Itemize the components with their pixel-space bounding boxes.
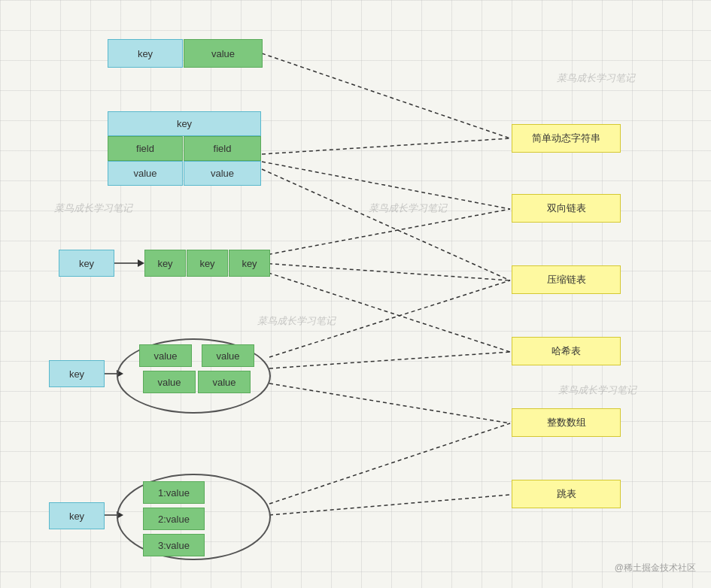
row4-val4-box: value <box>198 371 251 393</box>
row3-item2-box: key <box>187 250 228 277</box>
row4-val3-box: value <box>143 371 196 393</box>
row2-field2-box: field <box>184 136 261 161</box>
row2-val1-box: value <box>108 161 183 186</box>
watermark-5: 菜鸟成长学习笔记 <box>558 383 637 397</box>
svg-line-1 <box>262 138 510 154</box>
right-box-skiplist: 跳表 <box>512 480 621 508</box>
right-box-linkedlist: 双向链表 <box>512 194 621 223</box>
svg-line-16 <box>269 423 510 504</box>
row2-field1-box: field <box>108 136 183 161</box>
right-box-hashtable: 哈希表 <box>512 337 621 365</box>
svg-line-0 <box>262 53 510 138</box>
svg-line-8 <box>262 271 510 352</box>
svg-line-13 <box>269 383 510 423</box>
svg-marker-5 <box>138 259 144 267</box>
watermark-2: 菜鸟成长学习笔记 <box>369 202 447 215</box>
row5-sval3-box: 3:value <box>143 534 205 556</box>
right-box-ziplist: 压缩链表 <box>512 265 621 294</box>
right-box-intset: 整数数组 <box>512 408 621 437</box>
row4-val2-box: value <box>202 344 254 367</box>
row2-val2-box: value <box>184 161 261 186</box>
svg-line-17 <box>269 495 510 515</box>
row1-key-box: key <box>108 39 183 68</box>
watermark-4: 菜鸟成长学习笔记 <box>257 314 336 328</box>
attribution-text: @稀土掘金技术社区 <box>615 562 696 574</box>
row3-item1-box: key <box>144 250 186 277</box>
row2-key-box: key <box>108 111 261 136</box>
svg-line-3 <box>262 169 510 280</box>
watermark-3: 菜鸟成长学习笔记 <box>54 202 132 215</box>
row4-key-box: key <box>49 360 105 387</box>
row4-val1-box: value <box>139 344 192 367</box>
row5-key-box: key <box>49 502 105 529</box>
diagram: key value key field field value value ke… <box>0 0 711 588</box>
row1-value-box: value <box>184 39 263 68</box>
row5-sval2-box: 2:value <box>143 508 205 530</box>
row5-sval1-box: 1:value <box>143 481 205 504</box>
row3-key-box: key <box>59 250 114 277</box>
watermark-1: 菜鸟成长学习笔记 <box>557 71 635 85</box>
right-box-sds: 简单动态字符串 <box>512 124 621 153</box>
svg-line-12 <box>269 352 510 368</box>
svg-line-6 <box>262 209 510 256</box>
row3-item3-box: key <box>229 250 270 277</box>
svg-line-7 <box>262 263 510 280</box>
